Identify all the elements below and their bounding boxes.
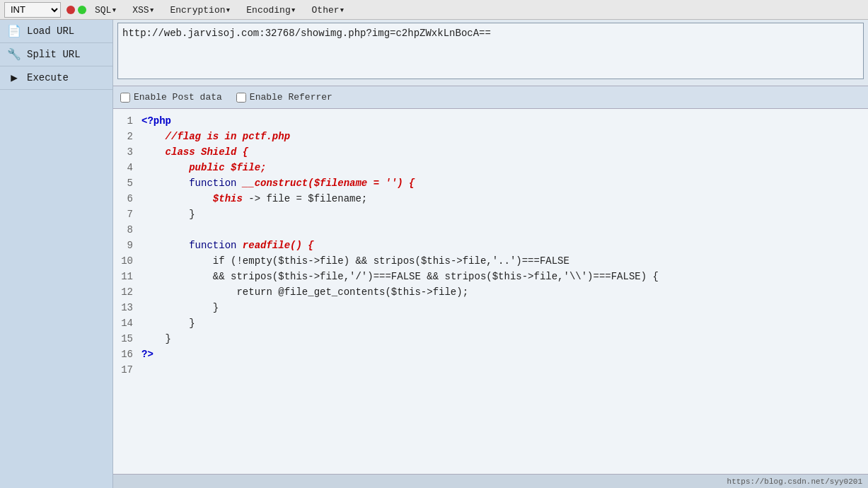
sidebar-item-split-url[interactable]: 🔧 Split URL xyxy=(0,43,112,66)
sidebar: 📄 Load URL 🔧 Split URL ▶ Execute xyxy=(0,20,113,488)
menu-sql[interactable]: SQL▾ xyxy=(92,3,120,17)
code-line: 8 xyxy=(113,222,868,238)
line-content: <?php xyxy=(141,113,868,129)
line-content xyxy=(141,362,868,378)
line-content: $this -> file = $filename; xyxy=(141,191,868,207)
enable-referrer-checkbox[interactable] xyxy=(236,93,246,103)
line-number: 13 xyxy=(113,300,141,315)
dot-red xyxy=(66,6,75,14)
execute-icon: ▶ xyxy=(7,71,21,85)
status-text: https://blog.csdn.net/syy0201 xyxy=(727,477,862,486)
code-line: 5 function __construct($filename = '') { xyxy=(113,175,868,191)
code-line: 7 } xyxy=(113,207,868,222)
code-line: 2 //flag is in pctf.php xyxy=(113,129,868,144)
code-line: 10 if (!empty($this->file) && stripos($t… xyxy=(113,253,868,269)
menu-encoding[interactable]: Encoding▾ xyxy=(243,3,299,17)
line-number: 5 xyxy=(113,175,141,191)
code-line: 6 $this -> file = $filename; xyxy=(113,191,868,207)
options-bar: Enable Post data Enable Referrer xyxy=(113,86,868,109)
dot-green xyxy=(78,6,86,14)
code-line: 12 return @file_get_contents($this->file… xyxy=(113,284,868,300)
code-line: 14 } xyxy=(113,315,868,331)
line-number: 8 xyxy=(113,222,141,238)
line-content: function readfile() { xyxy=(141,238,868,253)
code-area: 1<?php2 //flag is in pctf.php3 class Shi… xyxy=(113,109,868,474)
line-content: public $file; xyxy=(141,160,868,175)
line-content: ?> xyxy=(141,347,868,362)
code-line: 13 } xyxy=(113,300,868,315)
line-number: 4 xyxy=(113,160,141,175)
line-number: 7 xyxy=(113,207,141,222)
code-line: 1<?php xyxy=(113,113,868,129)
line-number: 11 xyxy=(113,269,141,284)
line-number: 1 xyxy=(113,113,141,129)
enable-post-text: Enable Post data xyxy=(134,92,222,103)
code-line: 11 && stripos($this->file,'/')===FALSE &… xyxy=(113,269,868,284)
split-url-icon: 🔧 xyxy=(7,47,21,62)
line-content: } xyxy=(141,207,868,222)
code-line: 16?> xyxy=(113,347,868,362)
split-url-label: Split URL xyxy=(27,49,81,60)
menu-encryption[interactable]: Encryption▾ xyxy=(167,3,233,17)
line-content: && stripos($this->file,'/')===FALSE && s… xyxy=(141,269,868,284)
line-number: 14 xyxy=(113,315,141,331)
line-number: 6 xyxy=(113,191,141,207)
url-area: http://web.jarvisoj.com:32768/showimg.ph… xyxy=(113,20,868,86)
line-content: class Shield { xyxy=(141,144,868,160)
line-number: 12 xyxy=(113,284,141,300)
sidebar-item-load-url[interactable]: 📄 Load URL xyxy=(0,20,112,43)
enable-post-checkbox[interactable] xyxy=(120,93,130,103)
toolbar-menu: SQL▾ XSS▾ Encryption▾ Encoding▾ Other▾ xyxy=(92,3,347,17)
line-content: function __construct($filename = '') { xyxy=(141,175,868,191)
menu-other[interactable]: Other▾ xyxy=(309,3,348,17)
line-number: 15 xyxy=(113,331,141,347)
line-content: } xyxy=(141,300,868,315)
sidebar-item-execute[interactable]: ▶ Execute xyxy=(0,66,112,90)
load-url-icon: 📄 xyxy=(7,24,21,38)
status-bar: https://blog.csdn.net/syy0201 xyxy=(113,474,868,488)
line-number: 9 xyxy=(113,238,141,253)
enable-post-label[interactable]: Enable Post data xyxy=(120,92,222,103)
int-select[interactable]: INT xyxy=(4,2,61,18)
toolbar: INT SQL▾ XSS▾ Encryption▾ Encoding▾ Othe… xyxy=(0,0,868,20)
line-content: if (!empty($this->file) && stripos($this… xyxy=(141,253,868,269)
line-content: } xyxy=(141,331,868,347)
line-number: 2 xyxy=(113,129,141,144)
code-line: 17 xyxy=(113,362,868,378)
line-content xyxy=(141,222,868,238)
content-area: 📄 Load URL 🔧 Split URL ▶ Execute http://… xyxy=(0,20,868,488)
main-panel: http://web.jarvisoj.com:32768/showimg.ph… xyxy=(113,20,868,488)
load-url-label: Load URL xyxy=(27,25,74,37)
enable-referrer-text: Enable Referrer xyxy=(250,92,332,103)
line-number: 10 xyxy=(113,253,141,269)
code-line: 3 class Shield { xyxy=(113,144,868,160)
line-content: return @file_get_contents($this->file); xyxy=(141,284,868,300)
line-number: 3 xyxy=(113,144,141,160)
line-number: 17 xyxy=(113,362,141,378)
enable-referrer-label[interactable]: Enable Referrer xyxy=(236,92,332,103)
code-line: 15 } xyxy=(113,331,868,347)
line-content: //flag is in pctf.php xyxy=(141,129,868,144)
code-line: 4 public $file; xyxy=(113,160,868,175)
execute-label: Execute xyxy=(27,72,69,83)
code-line: 9 function readfile() { xyxy=(113,238,868,253)
menu-xss[interactable]: XSS▾ xyxy=(129,3,157,17)
toolbar-dots xyxy=(66,6,86,14)
line-content: } xyxy=(141,315,868,331)
line-number: 16 xyxy=(113,347,141,362)
url-input[interactable]: http://web.jarvisoj.com:32768/showimg.ph… xyxy=(117,23,864,79)
